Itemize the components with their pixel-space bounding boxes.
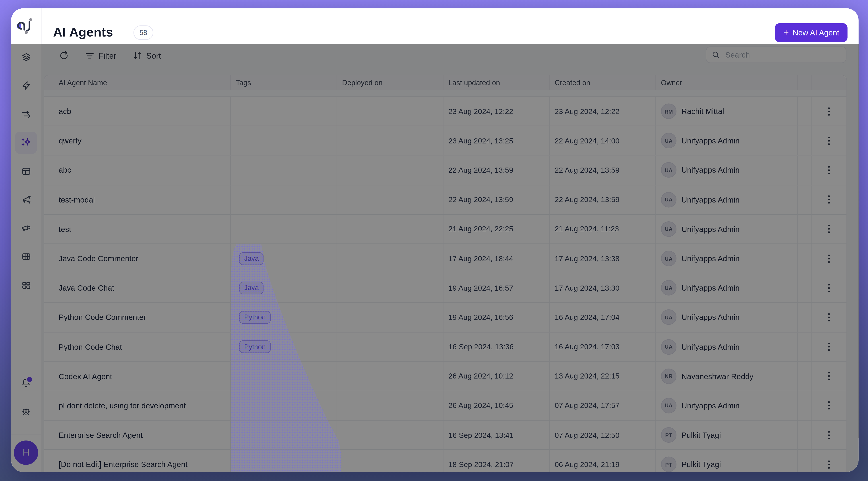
sparkles-icon	[21, 137, 31, 148]
created-on-cell: 22 Aug 2024, 14:00	[550, 126, 656, 155]
created-on-cell: 07 Aug 2024, 17:57	[550, 391, 656, 420]
deployed-on-cell	[337, 185, 443, 214]
row-menu-button[interactable]	[825, 133, 833, 148]
refresh-icon	[59, 51, 69, 60]
refresh-button[interactable]	[59, 51, 69, 60]
row-menu-button[interactable]	[825, 104, 833, 119]
column-header[interactable]: AI Agent Name	[44, 75, 231, 90]
owner-avatar: UA	[661, 339, 677, 354]
table-row[interactable]: abc 22 Aug 2024, 13:59 22 Aug 2024, 13:5…	[44, 156, 846, 185]
row-menu-button[interactable]	[825, 428, 833, 443]
deployed-on-cell	[337, 244, 443, 273]
row-menu-button[interactable]	[825, 310, 833, 325]
settings-button[interactable]	[15, 400, 37, 423]
owner-cell: PT Pulkit Tyagi	[656, 450, 798, 472]
row-menu-button[interactable]	[825, 339, 833, 354]
table-row[interactable]: Enterprise Search Agent 16 Sep 2024, 13:…	[44, 421, 846, 450]
column-header[interactable]	[811, 75, 846, 90]
row-menu-button[interactable]	[825, 457, 833, 472]
table-row[interactable]: test-modal 22 Aug 2024, 13:59 22 Aug 202…	[44, 185, 846, 215]
new-ai-agent-label: New AI Agent	[793, 28, 839, 37]
owner-avatar: UA	[661, 192, 677, 207]
sort-button[interactable]: Sort	[133, 51, 161, 60]
table-row[interactable]: [Do not Edit] Enterprise Search Agent 18…	[44, 450, 846, 472]
table-row[interactable]: Python Code Commenter Python 19 Aug 2024…	[44, 303, 846, 332]
sidebar-item-apps-grid[interactable]	[15, 274, 37, 296]
tags-cell	[231, 185, 337, 214]
created-on-cell: 22 Aug 2024, 13:59	[550, 156, 656, 184]
table-row[interactable]: Java Code Commenter Java 17 Aug 2024, 18…	[44, 244, 846, 274]
last-updated-cell: 22 Aug 2024, 13:59	[443, 185, 550, 214]
sidebar-item-data-tables[interactable]	[15, 246, 37, 268]
owner-cell: UA Unifyapps Admin	[656, 156, 798, 184]
sidebar-item-layers[interactable]	[15, 46, 37, 68]
sidebar-item-integrations[interactable]	[15, 188, 37, 211]
user-avatar[interactable]: H	[14, 441, 38, 465]
table-row[interactable]: acb 23 Aug 2024, 12:22 23 Aug 2024, 12:2…	[44, 97, 846, 126]
notifications-button[interactable]	[15, 372, 37, 394]
app-logo[interactable]	[11, 8, 42, 44]
row-menu-cell	[811, 156, 846, 184]
owner-avatar: NR	[661, 368, 677, 384]
created-on-cell: 22 Aug 2024, 13:59	[550, 185, 656, 214]
owner-cell: UA Unifyapps Admin	[656, 274, 798, 302]
owner-name: Pulkit Tyagi	[682, 430, 721, 439]
new-ai-agent-button[interactable]: + New AI Agent	[775, 23, 848, 42]
row-menu-button[interactable]	[825, 163, 833, 178]
created-on-cell: 13 Aug 2024, 22:15	[550, 362, 656, 390]
sidebar-item-campaigns[interactable]	[15, 217, 37, 239]
owner-cell: RM Rachit Mittal	[656, 97, 798, 126]
agents-table: AI Agent NameTagsDeployed onLast updated…	[44, 75, 847, 472]
table-row[interactable]: test 21 Aug 2024, 22:25 21 Aug 2024, 11:…	[44, 215, 846, 244]
search-icon	[712, 51, 720, 59]
sidebar-item-interfaces[interactable]	[15, 160, 37, 182]
owner-cell: UA Unifyapps Admin	[656, 244, 798, 273]
table-row[interactable]: Java Code Chat Java 19 Aug 2024, 16:57 1…	[44, 274, 846, 303]
agent-name-cell: Java Code Commenter	[44, 244, 231, 273]
sidebar-item-automations[interactable]	[15, 74, 37, 97]
deployed-on-cell	[337, 274, 443, 302]
owner-name: Unifyapps Admin	[682, 342, 740, 351]
agent-name-cell: qwerty	[44, 126, 231, 155]
grid-icon	[21, 280, 31, 290]
row-menu-button[interactable]	[825, 251, 833, 266]
tag-pill: Python	[239, 311, 271, 324]
row-menu-button[interactable]	[825, 222, 833, 236]
owner-name: Unifyapps Admin	[682, 195, 740, 204]
row-menu-cell	[811, 126, 846, 155]
table-row[interactable]: Python Code Chat Python 16 Sep 2024, 13:…	[44, 332, 846, 362]
column-header[interactable]	[798, 75, 812, 90]
deployed-on-cell	[337, 303, 443, 331]
sidebar-item-flows[interactable]	[15, 103, 37, 125]
row-menu-button[interactable]	[825, 192, 833, 207]
screen: AI Agents 58 + New AI Agent	[0, 0, 868, 481]
last-updated-cell: 23 Aug 2024, 13:25	[443, 126, 550, 155]
owner-avatar: UA	[661, 221, 677, 237]
search-input[interactable]	[724, 50, 840, 60]
table-row[interactable]: pl dont delete, using for development 26…	[44, 391, 846, 421]
last-updated-cell: 17 Aug 2024, 18:44	[443, 244, 550, 273]
last-updated-cell: 18 Sep 2024, 21:07	[443, 450, 550, 472]
sidebar-item-ai-agents[interactable]	[15, 131, 37, 154]
row-menu-button[interactable]	[825, 398, 833, 413]
deployed-on-cell	[337, 156, 443, 184]
column-header[interactable]: Last updated on	[443, 75, 550, 90]
column-header[interactable]: Owner	[656, 75, 798, 90]
tag-pill: Java	[239, 252, 264, 265]
search-box[interactable]	[706, 46, 846, 63]
count-badge: 58	[133, 26, 153, 40]
owner-avatar: UA	[661, 133, 677, 149]
owner-name: Unifyapps Admin	[682, 313, 740, 322]
column-header[interactable]: Tags	[231, 75, 337, 90]
row-menu-cell	[811, 421, 846, 449]
row-menu-cell	[811, 450, 846, 472]
tags-cell	[231, 421, 337, 449]
owner-name: Unifyapps Admin	[682, 225, 740, 233]
filter-button[interactable]: Filter	[85, 51, 117, 60]
row-menu-button[interactable]	[825, 281, 833, 295]
row-menu-button[interactable]	[825, 369, 833, 384]
table-row[interactable]: Codex AI Agent 26 Aug 2024, 10:12 13 Aug…	[44, 362, 846, 391]
table-row[interactable]: qwerty 23 Aug 2024, 13:25 22 Aug 2024, 1…	[44, 126, 846, 156]
column-header[interactable]: Deployed on	[337, 75, 443, 90]
column-header[interactable]: Created on	[550, 75, 656, 90]
